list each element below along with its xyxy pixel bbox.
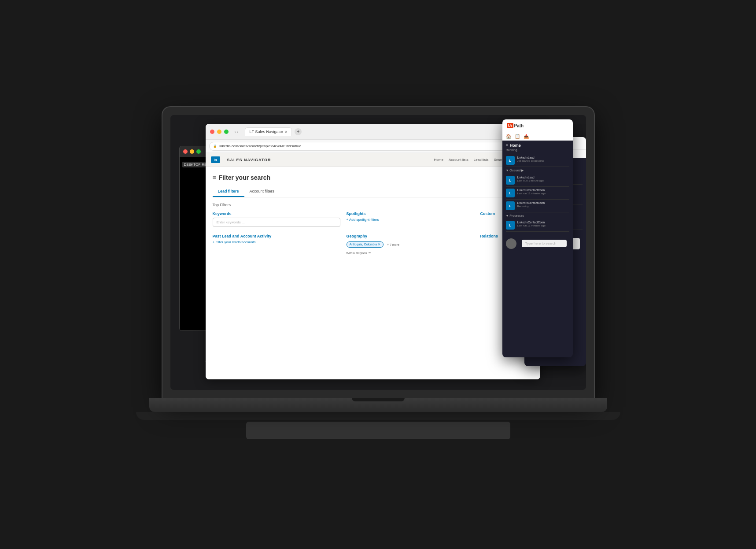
- process-name-5: LinkedInContactConn: [517, 221, 569, 224]
- user-avatar-1: [506, 238, 516, 249]
- spotlights-label: Spotlights: [347, 211, 474, 216]
- filter-tabs: Lead filters Account filters: [213, 186, 533, 197]
- browser-chevron-left: ‹: [235, 130, 236, 134]
- geography-field: Geography Antioquia, Colombia ✕ + 7 more…: [347, 234, 474, 255]
- uipath-ui-text-1: Ui: [507, 123, 513, 128]
- past-lead-field: Past Lead and Account Activity + Filter …: [213, 234, 340, 255]
- linkedin-nav: in SALES NAVIGATOR Home Account lists Le…: [206, 153, 540, 167]
- process-info-4: LinkedInContactConn Recurring: [517, 201, 569, 208]
- spotlights-add[interactable]: + Add spotlight filters: [347, 218, 474, 222]
- uipath-logo-1: Ui Path: [507, 123, 524, 128]
- tab-close[interactable]: ×: [285, 130, 287, 134]
- list-toolbar-icon-1[interactable]: 📋: [515, 134, 520, 139]
- main-browser: ‹ › LF Sales Navigator × + 🔒 li: [206, 124, 540, 379]
- browser-titlebar: ‹ › LF Sales Navigator × +: [206, 124, 540, 140]
- filter-icon: ≡: [213, 174, 216, 181]
- past-lead-label: Past Lead and Account Activity: [213, 234, 340, 238]
- filter-content: ≡ Filter your search Lead filters Accoun…: [206, 167, 540, 379]
- process-avatar-2: L: [506, 176, 515, 185]
- within-region: Within Regions ✏: [347, 251, 474, 255]
- geography-label: Geography: [347, 234, 474, 238]
- process-info-5: LinkedInContactConn Last run 11 minutes …: [517, 221, 569, 227]
- nav-link-lead-lists[interactable]: Lead lists: [474, 158, 489, 162]
- address-bar[interactable]: 🔒 linkedin.com/sales/search/people?viewA…: [209, 142, 537, 151]
- process-info-2: LinkedInLead Last Run 1 minute ago: [517, 176, 569, 182]
- running-label-1: Running: [506, 148, 569, 152]
- uipath-toolbar-1: 🏠 📋 📥: [502, 132, 573, 141]
- browser-tab[interactable]: LF Sales Navigator ×: [245, 127, 292, 136]
- tab-lead-filters[interactable]: Lead filters: [213, 186, 244, 197]
- process-avatar-4: L: [506, 201, 515, 210]
- laptop-footer: [136, 412, 620, 420]
- laptop-screen-bezel: ‹ › DESKTOP-RBT2 ✕: [162, 107, 594, 398]
- processes-toggle-1[interactable]: ▼ Processes: [506, 212, 569, 219]
- home-toolbar-icon-1[interactable]: 🏠: [506, 134, 511, 139]
- process-item-1: L LinkedInLead Job started processing: [506, 154, 569, 167]
- lock-icon: 🔒: [213, 145, 217, 148]
- sales-nav-brand: SALES NAVIGATOR: [227, 158, 271, 162]
- process-time-3: Last run 11 minutes ago: [517, 192, 569, 195]
- geography-more[interactable]: + 7 more: [387, 243, 399, 246]
- nav-link-home[interactable]: Home: [434, 158, 443, 162]
- uipath-panel-1: Ui Path 🏠 📋 📥 ≡ Home Run: [502, 119, 573, 357]
- process-item-5: L LinkedInContactConn Last run 11 minute…: [506, 219, 569, 232]
- uipath-home-section-1: ≡ Home Running L LinkedInLead Job starte…: [502, 141, 573, 234]
- laptop-base: [149, 398, 607, 412]
- browser-dot-yellow: [217, 130, 221, 134]
- keywords-label: Keywords: [213, 211, 340, 216]
- process-status-1: Job started processing: [517, 160, 569, 162]
- tab-account-filters[interactable]: Account filters: [244, 186, 280, 197]
- filter-grid-top: Keywords Enter keywords ... Spotlights +…: [213, 211, 533, 227]
- uipath-path-text-1: Path: [514, 123, 524, 128]
- process-name-4: LinkedInContactConn: [517, 201, 569, 205]
- browser-toolbar: 🔒 linkedin.com/sales/search/people?viewA…: [206, 140, 540, 153]
- past-lead-add[interactable]: + Filter your leads/accounts: [213, 240, 340, 244]
- laptop: ‹ › DESKTOP-RBT2 ✕: [162, 107, 594, 442]
- keywords-field: Keywords Enter keywords ...: [213, 211, 340, 227]
- browser-nav-chevrons: ‹ ›: [235, 130, 239, 134]
- process-avatar-5: L: [506, 221, 515, 230]
- process-time-5: Last run 11 minutes ago: [517, 224, 569, 227]
- filter-header: ≡ Filter your search: [213, 174, 533, 181]
- process-avatar-1: L: [506, 156, 515, 165]
- process-time-2: Last Run 1 minute ago: [517, 179, 569, 182]
- dot-yellow: [190, 149, 194, 154]
- browser-chevron-right: ›: [237, 130, 239, 134]
- queued-toggle-1[interactable]: ▼ Queued ▶: [506, 167, 569, 174]
- linkedin-logo: in: [211, 156, 220, 163]
- process-name-2: LinkedInLead: [517, 176, 569, 179]
- browser-dot-green: [224, 130, 229, 134]
- tab-plus-button[interactable]: +: [295, 128, 302, 135]
- search-bar-1[interactable]: Type here to search: [522, 240, 567, 247]
- laptop-screen: ‹ › DESKTOP-RBT2 ✕: [170, 115, 586, 390]
- bottom-bar: [246, 422, 510, 439]
- uipath-header-1: Ui Path: [502, 119, 573, 132]
- process-item-3: L LinkedInContactConn Last run 11 minute…: [506, 187, 569, 200]
- filter-title: Filter your search: [219, 174, 271, 181]
- spotlights-field: Spotlights + Add spotlight filters: [347, 211, 474, 227]
- process-item-4: L LinkedInContactConn Recurring: [506, 200, 569, 212]
- linkedin-logo-text: in: [213, 157, 218, 162]
- edit-icon[interactable]: ✏: [369, 251, 371, 255]
- tab-label: LF Sales Navigator: [250, 130, 284, 134]
- process-item-2: L LinkedInLead Last Run 1 minute ago: [506, 174, 569, 187]
- address-text: linkedin.com/sales/search/people?viewAll…: [219, 144, 301, 148]
- process-info-1: LinkedInLead Job started processing: [517, 156, 569, 162]
- nav-link-account-lists[interactable]: Account lists: [449, 158, 468, 162]
- top-filters-label: Top Filters: [213, 203, 533, 207]
- filter-grid-bottom: Past Lead and Account Activity + Filter …: [213, 234, 533, 255]
- uipath-home-label-1: ≡ Home: [506, 143, 569, 148]
- dot-red: [183, 149, 188, 154]
- keywords-input[interactable]: Enter keywords ...: [213, 218, 340, 227]
- dot-green: [196, 149, 201, 154]
- geography-tag[interactable]: Antioquia, Colombia ✕: [347, 241, 384, 248]
- scene: ‹ › DESKTOP-RBT2 ✕: [114, 76, 642, 473]
- process-name-3: LinkedInContactConn: [517, 189, 569, 192]
- process-info-3: LinkedInContactConn Last run 11 minutes …: [517, 189, 569, 195]
- process-name-1: LinkedInLead: [517, 156, 569, 160]
- process-avatar-3: L: [506, 189, 515, 197]
- process-time-4: Recurring: [517, 205, 569, 208]
- inbox-toolbar-icon-1[interactable]: 📥: [524, 134, 529, 139]
- browser-dot-red: [210, 130, 214, 134]
- home-icon-1: ≡: [506, 143, 508, 148]
